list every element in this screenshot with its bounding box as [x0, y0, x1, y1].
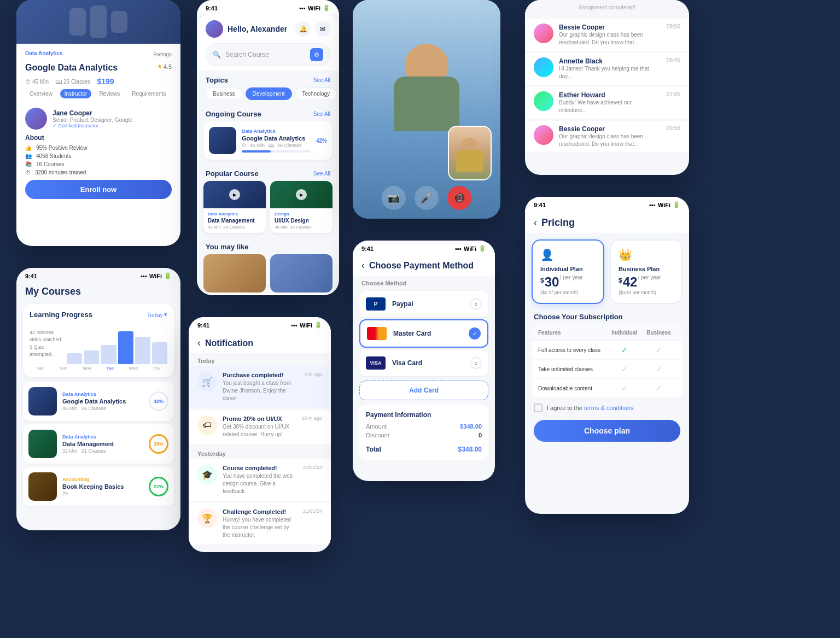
yml-title: You may like — [206, 243, 249, 251]
add-card-button[interactable]: Add Card — [359, 381, 488, 400]
terms-link[interactable]: terms & conditions. — [584, 405, 635, 411]
payment-back-button[interactable]: ‹ — [361, 260, 365, 271]
video-call-card: 📷 🎤 📵 — [353, 0, 500, 219]
topics-see-all[interactable]: See All — [313, 77, 330, 83]
end-call-button[interactable]: 📵 — [447, 186, 471, 210]
business-plan-card[interactable]: 👑 Business Plan $ 42 / per year ($3.5/ p… — [610, 239, 682, 304]
enroll-button[interactable]: Enroll now — [25, 180, 172, 199]
feature-row-3: Downloadable content ✓ ✓ — [532, 379, 682, 398]
instructor-avatar — [25, 108, 47, 130]
amount-value: $348.00 — [460, 423, 482, 430]
individual-plan-icon: 👤 — [540, 248, 596, 261]
sub-header-row: Features Individual Business — [532, 325, 682, 341]
topic-business[interactable]: Business — [206, 87, 242, 100]
notif-back-button[interactable]: ‹ — [197, 337, 201, 349]
choose-plan-button[interactable]: Choose plan — [534, 420, 680, 442]
tab-instructor[interactable]: Instructor — [60, 89, 92, 98]
feature-3-individual: ✓ — [607, 383, 641, 393]
topic-development[interactable]: Development — [246, 87, 292, 100]
label-tue: Tue — [100, 366, 121, 371]
individual-plan-name: Individual Plan — [540, 266, 596, 272]
notification-card: 9:41 ▪▪▪ WiFi 🔋 ‹ Notification Today 🛒 P… — [189, 317, 331, 552]
pricing-status-bar: 9:41 ▪▪▪ WiFi 🔋 — [525, 197, 689, 210]
mic-button[interactable]: 🎤 — [415, 186, 439, 210]
battery-icon: 🔋 — [164, 272, 172, 279]
paypal-option[interactable]: P Paypal ○ — [359, 291, 488, 317]
yml-card-1[interactable] — [203, 254, 266, 292]
tab-reviews[interactable]: Reviews — [95, 89, 124, 98]
notification-icon-btn[interactable]: 🔔 — [295, 21, 311, 37]
ongoing-course-card[interactable]: Data Analytics Google Data Analytics ⏱45… — [203, 121, 332, 160]
instructor-section: Jane Cooper Senior Product Designer, Goo… — [25, 108, 172, 130]
payment-header: ‹ Choose Payment Method — [353, 254, 495, 276]
book-icon: 📖 — [55, 79, 62, 85]
message-item-1[interactable]: Bessie Cooper Our graphic design class h… — [525, 19, 689, 51]
paypal-check: ○ — [470, 298, 482, 310]
msg-preview-2: Hi James! Thank you helping me that day.… — [559, 65, 661, 80]
course-name-management: Data Management — [62, 441, 143, 447]
popular-card-1[interactable]: ▶ Data Analytics Data Management 42 Min … — [203, 181, 266, 233]
about-section: About 👍 95% Positive Review 👥 4056 Stude… — [25, 134, 172, 175]
course-item-analytics[interactable]: Data Analytics Google Data Analytics 45 … — [23, 382, 174, 421]
popular-thumb-2: ▶ — [270, 181, 332, 208]
label-wed: Wed — [122, 366, 144, 371]
messages-list: Bessie Cooper Our graphic design class h… — [525, 15, 689, 159]
chart-info: 42 minutes video watched. 5 Quiz attempt… — [30, 329, 62, 359]
notif-challenge-content: Challenge Completed! Hurray! you have co… — [223, 508, 298, 539]
message-icon-btn[interactable]: ✉ — [315, 21, 330, 37]
chart-bar-thu — [152, 342, 167, 364]
individual-plan-monthly: ($2.5/ per month) — [540, 290, 596, 295]
yml-card-2[interactable] — [270, 254, 332, 292]
notif-challenge-desc: Hurray! you have completed the course ch… — [223, 516, 298, 539]
popular-card-2[interactable]: ▶ Design UI/UX Design 38 Min 20 Classes — [270, 181, 332, 233]
notif-promo-desc: Get 30% discount on UI/UX related course… — [223, 423, 296, 438]
today-dropdown[interactable]: Today ▾ — [147, 311, 167, 318]
msg-time-3: 07:05 — [667, 91, 680, 114]
tab-overview[interactable]: Overview — [25, 89, 57, 98]
notif-complete-content: Course completed! You have completed the… — [223, 465, 298, 495]
pricing-back-button[interactable]: ‹ — [534, 217, 537, 229]
tab-requirements[interactable]: Requirements — [127, 89, 170, 98]
course-thumb-management — [28, 430, 57, 458]
my-courses-card: 9:41 ▪▪▪ WiFi 🔋 My Courses Learning Prog… — [16, 268, 180, 530]
ongoing-see-all[interactable]: See All — [313, 111, 330, 117]
msg-avatar-3 — [534, 91, 553, 111]
topic-technology[interactable]: Technology — [295, 87, 337, 100]
message-item-3[interactable]: Esther Howard Buddy! We have achieved ou… — [525, 87, 689, 119]
notif-complete-title: Course completed! — [223, 465, 298, 471]
msg-name-4: Bessie Cooper — [559, 125, 661, 133]
notif-promo[interactable]: 🏷 Promo 20% on UI/UX Get 30% discount on… — [189, 410, 331, 444]
visa-check: ○ — [470, 357, 482, 369]
popular-see-all[interactable]: See All — [313, 171, 330, 177]
individual-plan-card[interactable]: 👤 Individual Plan $ 30 / per year ($2.5/… — [532, 239, 604, 304]
message-item-2[interactable]: Annette Black Hi James! Thank you helpin… — [525, 53, 689, 85]
filter-icon[interactable]: ⚙ — [310, 48, 323, 61]
terms-checkbox[interactable] — [534, 403, 542, 412]
course-duration: ⏱ 45 Min — [25, 79, 49, 85]
message-item-4[interactable]: Bessie Cooper Our graphic design class h… — [525, 121, 689, 153]
course-item-accounting[interactable]: Accounting Book Keeping Basics 29 22% — [23, 467, 174, 506]
notif-status-time: 9:41 — [197, 322, 209, 329]
feature-name-2: Take unlimited classes — [538, 366, 607, 372]
msg-avatar-1 — [534, 24, 553, 43]
notif-complete[interactable]: 🎓 Course completed! You have completed t… — [189, 459, 331, 501]
msg-time-4: 09:56 — [667, 125, 680, 148]
notif-challenge[interactable]: 🏆 Challenge Completed! Hurray! you have … — [189, 503, 331, 545]
course-info-analytics: Data Analytics Google Data Analytics 45 … — [62, 391, 143, 411]
ongoing-progress-pct: 42% — [316, 138, 327, 144]
search-bar[interactable]: 🔍 Search Course ⚙ — [206, 43, 330, 66]
label-sat: Sat — [30, 366, 51, 371]
mastercard-logo — [367, 327, 387, 340]
subscription-table: Features Individual Business Full access… — [532, 325, 682, 398]
mastercard-option[interactable]: Master Card ✓ — [359, 319, 488, 348]
course-item-management[interactable]: Data Analytics Data Management 32 Min 21… — [23, 424, 174, 464]
video-controls: 📷 🎤 📵 — [382, 186, 471, 210]
feature-row-1: Full access to every class ✓ ✓ — [532, 341, 682, 360]
camera-button[interactable]: 📷 — [382, 186, 406, 210]
notif-purchase[interactable]: 🛒 Purchase completed! You just bought a … — [189, 366, 331, 408]
notif-purchase-desc: You just bought a class from Dwine Jhons… — [223, 379, 299, 402]
progress-title: Learning Progress — [30, 311, 92, 319]
visa-option[interactable]: VISA Visa Card ○ — [359, 350, 488, 376]
wifi-icon: WiFi — [149, 273, 162, 279]
you-may-like-section — [197, 254, 339, 292]
